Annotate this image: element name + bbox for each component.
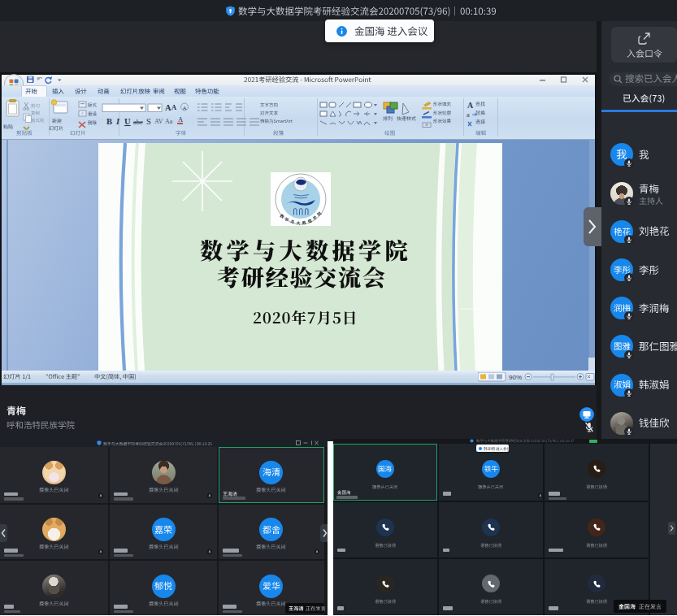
svg-text:abe: abe	[133, 118, 143, 126]
svg-text:A: A	[171, 103, 177, 111]
svg-text:S: S	[146, 117, 151, 126]
svg-text:A: A	[467, 101, 474, 110]
svg-text:A: A	[183, 105, 187, 111]
svg-text:A: A	[165, 103, 171, 112]
svg-text:Aa: Aa	[165, 118, 173, 125]
svg-text:A: A	[178, 115, 184, 124]
svg-text:I: I	[115, 117, 120, 126]
svg-text:U: U	[124, 117, 131, 126]
svg-text:90%: 90%	[509, 374, 522, 381]
svg-text:AV: AV	[154, 118, 163, 125]
svg-text:B: B	[106, 117, 112, 126]
svg-text:a: a	[467, 111, 470, 119]
